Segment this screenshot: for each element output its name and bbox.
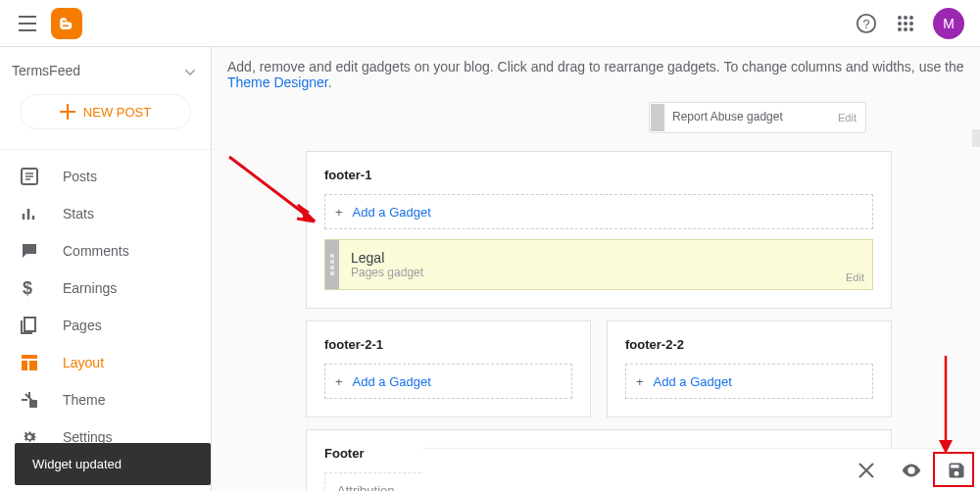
layout-icon: [20, 353, 39, 372]
sidebar-item-posts[interactable]: Posts: [0, 158, 211, 195]
stats-icon: [20, 204, 39, 223]
plus-icon: +: [335, 205, 343, 220]
new-post-label: NEW POST: [83, 105, 151, 120]
svg-point-8: [898, 27, 902, 31]
help-icon[interactable]: ?: [855, 12, 878, 35]
close-icon[interactable]: [855, 459, 878, 482]
svg-rect-14: [22, 355, 37, 359]
footer-2-1-section: footer-2-1 + Add a Gadget: [306, 320, 591, 417]
gadget-title: Legal: [351, 250, 860, 266]
svg-point-10: [909, 27, 913, 31]
report-abuse-gadget[interactable]: Report Abuse gadget Edit: [649, 102, 866, 133]
section-title: footer-2-2: [625, 337, 873, 352]
sidebar-item-label: Pages: [63, 318, 102, 333]
sidebar-item-theme[interactable]: Theme: [0, 381, 211, 418]
sidebar-item-label: Stats: [63, 206, 94, 221]
footer-2-2-section: footer-2-2 + Add a Gadget: [607, 320, 892, 417]
plus-icon: +: [335, 374, 343, 389]
section-title: footer-2-1: [324, 337, 572, 352]
sidebar-item-comments[interactable]: Comments: [0, 232, 211, 270]
sidebar-item-stats[interactable]: Stats: [0, 195, 211, 232]
add-gadget-button[interactable]: + Add a Gadget: [324, 194, 873, 229]
toast-text: Widget updated: [32, 457, 122, 471]
add-gadget-button[interactable]: + Add a Gadget: [324, 364, 572, 399]
svg-point-4: [909, 16, 913, 20]
sidebar-item-earnings[interactable]: $ Earnings: [0, 270, 211, 307]
pages-icon: [20, 316, 39, 335]
comments-icon: [20, 241, 39, 261]
add-gadget-button[interactable]: + Add a Gadget: [625, 364, 873, 399]
apps-grid-icon[interactable]: [894, 12, 917, 35]
gadget-subtitle: Pages gadget: [351, 266, 860, 279]
edit-link[interactable]: Edit: [846, 271, 864, 283]
blogger-logo[interactable]: [51, 8, 82, 39]
svg-rect-13: [24, 318, 35, 331]
sidebar-item-label: Layout: [63, 355, 104, 370]
sidebar-item-label: Theme: [63, 392, 106, 408]
sidebar: TermsFeed NEW POST Posts Stats Comments: [0, 47, 212, 491]
layout-instructions: Add, remove and edit gadgets on your blo…: [212, 47, 980, 102]
sidebar-item-pages[interactable]: Pages: [0, 307, 211, 344]
svg-rect-17: [29, 400, 37, 408]
blog-selector[interactable]: TermsFeed: [0, 47, 211, 78]
drag-handle-icon[interactable]: [651, 104, 664, 131]
drag-handle-icon[interactable]: [325, 240, 339, 289]
svg-point-7: [909, 22, 913, 25]
scroll-indicator[interactable]: [972, 129, 980, 147]
svg-text:$: $: [23, 279, 32, 297]
sidebar-item-layout[interactable]: Layout: [0, 344, 211, 381]
svg-rect-16: [29, 361, 37, 370]
theme-designer-link[interactable]: Theme Designer: [227, 74, 328, 90]
plus-icon: [60, 104, 75, 120]
svg-point-6: [904, 22, 907, 25]
sidebar-item-label: Posts: [63, 169, 97, 184]
account-avatar[interactable]: M: [933, 8, 964, 39]
new-post-button[interactable]: NEW POST: [20, 94, 191, 129]
svg-text:?: ?: [862, 16, 869, 30]
svg-rect-15: [22, 361, 27, 370]
footer-1-section: footer-1 + Add a Gadget Legal Pages gadg…: [306, 151, 892, 309]
save-icon[interactable]: [945, 459, 968, 482]
preview-icon[interactable]: [900, 459, 923, 482]
posts-icon: [20, 167, 39, 186]
blog-name: TermsFeed: [12, 63, 80, 78]
edit-link[interactable]: Edit: [838, 112, 857, 123]
section-title: footer-1: [324, 168, 873, 182]
theme-icon: [20, 390, 39, 410]
plus-icon: +: [636, 374, 644, 389]
svg-point-2: [898, 16, 902, 20]
app-header: ? M: [0, 0, 980, 47]
bottom-action-bar: [423, 448, 980, 491]
svg-point-9: [904, 27, 907, 31]
legal-gadget[interactable]: Legal Pages gadget Edit: [324, 239, 873, 290]
sidebar-item-label: Comments: [63, 243, 129, 259]
svg-point-5: [898, 22, 902, 25]
earnings-icon: $: [20, 278, 39, 298]
main-content: Add, remove and edit gadgets on your blo…: [212, 47, 980, 491]
sidebar-item-label: Earnings: [63, 280, 117, 296]
gadget-label: Report Abuse gadget: [672, 110, 783, 123]
hamburger-menu-icon[interactable]: [16, 12, 39, 35]
svg-point-3: [904, 16, 907, 20]
chevron-down-icon: [185, 63, 195, 78]
toast-notification: Widget updated: [15, 443, 211, 485]
